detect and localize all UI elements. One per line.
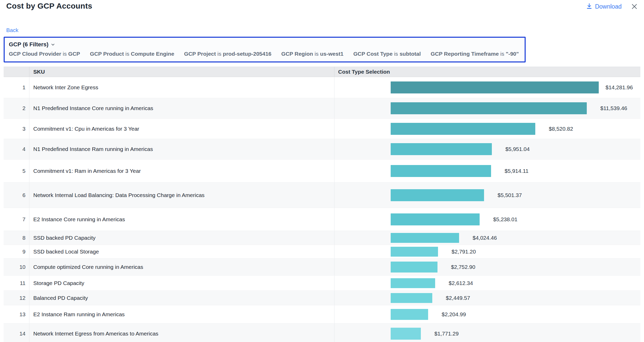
sku-cell: N1 Predefined Instance Core running in A… <box>29 98 334 118</box>
sku-cell: Balanced PD Capacity <box>29 291 334 305</box>
table-row: 4N1 Predefined Instance Ram running in A… <box>4 139 640 160</box>
row-number: 1 <box>4 77 29 98</box>
cost-cell: $8,520.82 <box>334 119 640 139</box>
filter-condition: GCP Cloud Provider is GCP <box>9 51 80 57</box>
filter-condition: GCP Project is prod-setup-205416 <box>184 51 272 57</box>
sku-cell: Compute optimized Core running in Americ… <box>29 258 334 275</box>
close-icon <box>630 3 638 10</box>
cost-bar[interactable] <box>391 309 428 320</box>
chevron-down-icon <box>50 42 55 47</box>
row-number: 10 <box>4 258 29 275</box>
table-row: 14Network Internet Egress from Americas … <box>4 324 640 342</box>
row-number: 3 <box>4 119 29 139</box>
row-number: 13 <box>4 305 29 323</box>
table-body: 1Network Inter Zone Egress$14,281.962N1 … <box>4 77 640 342</box>
sku-cell: SSD backed PD Capacity <box>29 231 334 245</box>
table-row: 9SSD backed Local Storage$2,791.20 <box>4 245 640 258</box>
cost-bar[interactable] <box>391 328 421 340</box>
cost-bar[interactable] <box>391 165 491 177</box>
table-row: 1Network Inter Zone Egress$14,281.96 <box>4 77 640 98</box>
cost-cell: $5,501.37 <box>334 182 640 208</box>
cost-value-label: $5,238.01 <box>493 216 517 223</box>
download-icon <box>586 3 593 10</box>
cost-cell: $5,238.01 <box>334 208 640 231</box>
cost-value-label: $5,914.11 <box>505 168 529 174</box>
cost-value-label: $8,520.82 <box>549 126 573 132</box>
cost-cell: $2,791.20 <box>334 245 640 258</box>
sku-cell: E2 Instance Core running in Americas <box>29 208 334 231</box>
cost-by-gcp-accounts-panel: Cost by GCP Accounts Download Back GCP (… <box>0 0 644 342</box>
sku-cell: Commitment v1: Cpu in Americas for 3 Yea… <box>29 119 334 139</box>
cost-cell: $1,771.29 <box>334 324 640 342</box>
row-number: 11 <box>4 276 29 290</box>
cost-cell: $2,612.34 <box>334 276 640 290</box>
row-number: 2 <box>4 98 29 118</box>
cost-bar[interactable] <box>391 102 587 114</box>
cost-bar[interactable] <box>391 262 437 273</box>
row-number: 7 <box>4 208 29 231</box>
filter-condition: GCP Region is us-west1 <box>281 51 344 57</box>
close-button[interactable] <box>630 3 638 10</box>
cost-value-label: $2,612.34 <box>449 280 473 286</box>
filters-panel[interactable]: GCP (6 Filters) GCP Cloud Provider is GC… <box>4 37 526 62</box>
cost-value-label: $4,024.46 <box>473 235 497 241</box>
back-link[interactable]: Back <box>6 27 18 33</box>
cost-cell: $2,449.57 <box>334 291 640 305</box>
sku-cell: Storage PD Capacity <box>29 276 334 290</box>
cost-bar[interactable] <box>391 233 459 243</box>
table-row: 13E2 Instance Ram running in Americas$2,… <box>4 305 640 324</box>
table-row: 3Commitment v1: Cpu in Americas for 3 Ye… <box>4 119 640 139</box>
sku-cell: Network Inter Zone Egress <box>29 77 334 98</box>
table-row: 10Compute optimized Core running in Amer… <box>4 258 640 276</box>
row-number: 9 <box>4 245 29 258</box>
cost-cell: $11,539.46 <box>334 98 640 118</box>
row-number: 8 <box>4 231 29 245</box>
table-row: 11Storage PD Capacity$2,612.34 <box>4 276 640 291</box>
cost-value-label: $5,951.04 <box>505 146 530 152</box>
cost-bar[interactable] <box>391 189 484 201</box>
table-row: 8SSD backed PD Capacity$4,024.46 <box>4 231 640 245</box>
sku-cell: Commitment v1: Ram in Americas for 3 Yea… <box>29 160 334 182</box>
sku-cell: N1 Predefined Instance Ram running in Am… <box>29 139 334 159</box>
cost-bar[interactable] <box>391 293 432 303</box>
column-header-sku[interactable]: SKU <box>29 67 334 77</box>
cost-cell: $2,752.90 <box>334 258 640 275</box>
table-row: 6Network Internal Load Balancing: Data P… <box>4 182 640 208</box>
table-row: 7E2 Instance Core running in Americas$5,… <box>4 208 640 231</box>
sku-cell: Network Internet Egress from Americas to… <box>29 324 334 342</box>
column-header-cost-type[interactable]: Cost Type Selection <box>334 67 640 77</box>
filter-condition: GCP Product is Compute Engine <box>90 51 174 57</box>
row-number: 12 <box>4 291 29 305</box>
filter-conditions: GCP Cloud Provider is GCPGCP Product is … <box>9 51 520 57</box>
page-title: Cost by GCP Accounts <box>6 2 92 10</box>
cost-value-label: $1,771.29 <box>434 331 459 337</box>
drill-table: SKU Cost Type Selection 1Network Inter Z… <box>4 67 640 342</box>
filter-summary-dropdown[interactable]: GCP (6 Filters) <box>9 41 55 48</box>
cost-value-label: $14,281.96 <box>606 84 633 91</box>
row-number: 4 <box>4 139 29 159</box>
table-row: 5Commitment v1: Ram in Americas for 3 Ye… <box>4 160 640 182</box>
cost-cell: $2,204.99 <box>334 305 640 323</box>
cost-value-label: $11,539.46 <box>600 105 627 111</box>
row-number: 5 <box>4 160 29 182</box>
cost-value-label: $5,501.37 <box>498 192 522 198</box>
cost-cell: $4,024.46 <box>334 231 640 245</box>
cost-bar[interactable] <box>391 81 599 93</box>
column-header-index <box>4 67 29 77</box>
filter-condition: GCP Reporting Timeframe is "-90" <box>431 51 519 57</box>
table-row: 12Balanced PD Capacity$2,449.57 <box>4 291 640 305</box>
cost-bar[interactable] <box>391 247 438 257</box>
table-row: 2N1 Predefined Instance Core running in … <box>4 98 640 119</box>
cost-cell: $5,914.11 <box>334 160 640 182</box>
cost-cell: $14,281.96 <box>334 77 640 98</box>
cost-value-label: $2,449.57 <box>446 295 470 301</box>
download-button[interactable]: Download <box>586 3 622 10</box>
filter-summary-label: GCP (6 Filters) <box>9 41 48 48</box>
cost-value-label: $2,791.20 <box>452 249 476 255</box>
cost-bar[interactable] <box>391 213 480 225</box>
cost-bar[interactable] <box>391 143 492 155</box>
top-actions: Download <box>586 3 638 10</box>
cost-bar[interactable] <box>391 123 535 135</box>
cost-value-label: $2,204.99 <box>442 311 466 318</box>
cost-bar[interactable] <box>391 278 435 288</box>
